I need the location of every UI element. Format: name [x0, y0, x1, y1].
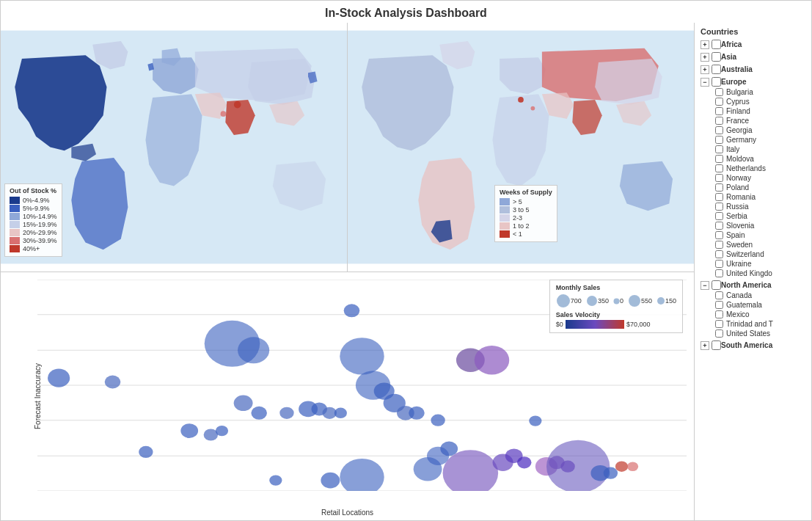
sidebar-group-label-north america[interactable]: −North America [701, 280, 805, 291]
checkbox-romania[interactable] [715, 193, 723, 201]
sidebar-item-cyprus[interactable]: Cyprus [715, 97, 805, 106]
dashboard: In-Stock Analysis Dashboard [0, 0, 812, 521]
sidebar-group-label-africa[interactable]: +Africa [701, 39, 805, 50]
checkbox-netherlands[interactable] [715, 164, 723, 172]
checkbox-france[interactable] [715, 117, 723, 125]
sidebar-item-label: Switzerland [726, 250, 764, 258]
sidebar-item-united-states[interactable]: United States [715, 329, 805, 338]
checkbox-germany[interactable] [715, 136, 723, 144]
checkbox-georgia[interactable] [715, 126, 723, 134]
checkbox-bulgaria[interactable] [715, 88, 723, 96]
checkbox-sweden[interactable] [715, 241, 723, 249]
sidebar-item-serbia[interactable]: Serbia [715, 211, 805, 221]
checkbox-spain[interactable] [715, 231, 723, 239]
group-label-text: Asia [721, 53, 736, 61]
sidebar-title: Countries [701, 27, 805, 36]
checkbox-cyprus[interactable] [715, 98, 723, 106]
sidebar-item-moldova[interactable]: Moldova [715, 154, 805, 164]
checkbox-slovenia[interactable] [715, 222, 723, 230]
collapse-button[interactable]: − [701, 281, 709, 290]
expand-button[interactable]: + [701, 341, 709, 350]
sidebar-item-italy[interactable]: Italy [715, 145, 805, 154]
checkbox-united-kingdo[interactable] [715, 269, 723, 277]
sidebar-item-russia[interactable]: Russia [715, 202, 805, 211]
checkbox-norway[interactable] [715, 174, 723, 182]
svg-point-78 [557, 294, 570, 307]
collapse-button[interactable]: − [701, 78, 709, 87]
ms-700: 700 [556, 294, 582, 308]
wos-legend-label-4: < 1 [513, 230, 522, 238]
sidebar-item-bulgaria[interactable]: Bulgaria [715, 87, 805, 97]
checkbox-canada[interactable] [715, 291, 723, 299]
checkbox-united-states[interactable] [715, 329, 723, 338]
expand-button[interactable]: + [701, 40, 709, 49]
sidebar-item-label: Mexico [726, 310, 750, 318]
checkbox-italy[interactable] [715, 145, 723, 153]
sidebar-item-france[interactable]: France [715, 116, 805, 125]
sidebar-item-norway[interactable]: Norway [715, 173, 805, 183]
legend-label-4: 20%-29.9% [23, 229, 57, 236]
weeks-of-supply-map: Weeks of Supply > 5 3 to 5 2-3 [348, 23, 694, 272]
sidebar-item-sweden[interactable]: Sweden [715, 240, 805, 249]
sidebar-item-united-kingdo[interactable]: United Kingdo [715, 269, 805, 278]
checkbox-poland[interactable] [715, 183, 723, 192]
sidebar-groups-container: +Africa+Asia+Australia−EuropeBulgariaCyp… [701, 39, 805, 351]
out-of-stock-map: Out of Stock % 0%-4.9% 5%-9.9% 10%-14.9% [1, 23, 348, 272]
sidebar-item-slovenia[interactable]: Slovenia [715, 221, 805, 230]
legend-item-6: 40%+ [10, 245, 57, 252]
checkbox-trinidad-and-t[interactable] [715, 320, 723, 328]
svg-point-82 [657, 297, 665, 305]
sidebar-item-canada[interactable]: Canada [715, 291, 805, 300]
checkbox-north america[interactable] [712, 280, 721, 290]
sidebar-group-label-australia[interactable]: +Australia [701, 64, 805, 75]
expand-button[interactable]: + [701, 53, 709, 62]
sidebar-item-label: Trinidad and T [726, 320, 773, 328]
checkbox-europe[interactable] [712, 77, 721, 87]
out-of-stock-legend-title: Out of Stock % [10, 187, 57, 194]
checkbox-russia[interactable] [715, 203, 723, 211]
sidebar-item-spain[interactable]: Spain [715, 230, 805, 240]
sidebar-group-label-south america[interactable]: +South America [701, 340, 805, 351]
svg-point-81 [629, 295, 640, 307]
x-axis-label: Retail Locations [321, 509, 373, 517]
sidebar-item-finland[interactable]: Finland [715, 106, 805, 116]
checkbox-africa[interactable] [712, 40, 721, 49]
checkbox-south america[interactable] [712, 340, 721, 350]
sidebar-group-label-asia[interactable]: +Asia [701, 51, 805, 62]
sidebar-item-label: Italy [726, 145, 739, 153]
checkbox-finland[interactable] [715, 107, 723, 115]
checkbox-australia[interactable] [712, 65, 721, 74]
wos-legend-label-3: 1 to 2 [513, 222, 530, 230]
expand-button[interactable]: + [701, 65, 709, 74]
checkbox-switzerland[interactable] [715, 250, 723, 258]
svg-point-72 [604, 467, 618, 479]
legend-color-4 [10, 229, 20, 236]
sidebar-item-poland[interactable]: Poland [715, 183, 805, 192]
svg-point-5 [530, 106, 535, 111]
dashboard-title: In-Stock Analysis Dashboard [1, 1, 811, 23]
sidebar-item-ukraine[interactable]: Ukraine [715, 259, 805, 269]
sidebar-item-germany[interactable]: Germany [715, 135, 805, 145]
sidebar-item-switzerland[interactable]: Switzerland [715, 249, 805, 259]
group-label-text: Australia [721, 65, 753, 73]
checkbox-serbia[interactable] [715, 212, 723, 220]
sidebar-item-guatemala[interactable]: Guatemala [715, 300, 805, 310]
checkbox-moldova[interactable] [715, 155, 723, 163]
ms-550: 550 [628, 294, 652, 307]
wos-legend-color-4 [500, 230, 510, 238]
sidebar-item-mexico[interactable]: Mexico [715, 310, 805, 319]
svg-point-76 [321, 473, 340, 489]
sidebar-item-netherlands[interactable]: Netherlands [715, 164, 805, 173]
legend-label-3: 15%-19.9% [23, 221, 57, 228]
checkbox-guatemala[interactable] [715, 301, 723, 309]
checkbox-mexico[interactable] [715, 310, 723, 318]
sidebar-group-label-europe[interactable]: −Europe [701, 76, 805, 87]
sidebar-item-romania[interactable]: Romania [715, 192, 805, 202]
checkbox-ukraine[interactable] [715, 260, 723, 268]
svg-point-79 [587, 296, 597, 306]
checkbox-asia[interactable] [712, 52, 721, 62]
monthly-sales-items: 700 350 0 550 [556, 294, 676, 308]
sidebar-item-trinidad-and-t[interactable]: Trinidad and T [715, 319, 805, 329]
sidebar-item-georgia[interactable]: Georgia [715, 125, 805, 135]
sidebar-item-label: France [726, 117, 749, 125]
